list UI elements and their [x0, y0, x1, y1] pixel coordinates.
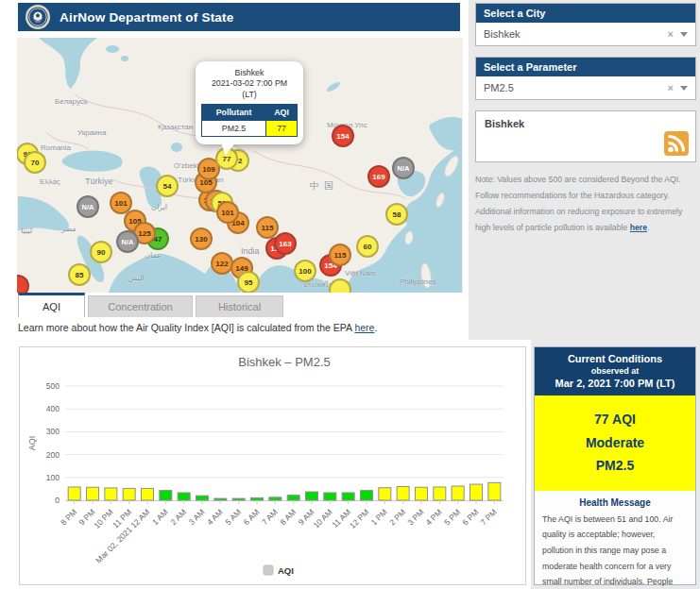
chart-bar: [142, 488, 154, 500]
aqi-note: Note: Values above 500 are considered Be…: [475, 172, 696, 236]
health-message-title: Health Message: [535, 497, 695, 508]
aqi-marker[interactable]: 154: [332, 125, 354, 147]
popup-col-pollutant: Pollutant: [202, 105, 266, 121]
aqi-marker[interactable]: N/A: [77, 195, 99, 218]
cc-title: Current Conditions: [538, 353, 691, 364]
app-header: AirNow Department of State: [18, 3, 460, 31]
x-tick-label: 3 PM: [405, 507, 425, 527]
note-here-link[interactable]: here: [630, 223, 647, 232]
chart-bar: [87, 487, 99, 500]
tab-aqi[interactable]: AQI: [18, 293, 85, 317]
chart-bar: [379, 488, 391, 500]
chart-bar: [269, 497, 282, 500]
note-text: Note: Values above 500 are considered Be…: [475, 175, 682, 232]
learn-more-here-link[interactable]: here: [354, 322, 374, 333]
chart-bar: [196, 496, 209, 500]
x-tick-label: 5 PM: [442, 507, 462, 527]
popup-tail: [219, 143, 235, 156]
x-tick-label: 7 AM: [260, 507, 280, 527]
chart-bar: [452, 486, 464, 500]
select-parameter-box: Select a Parameter PM2.5 ×: [475, 57, 696, 100]
chart-bar: [214, 498, 227, 500]
popup-pollutant-value: PM2.5: [202, 121, 266, 137]
x-tick-label: 3 AM: [187, 507, 207, 527]
aqi-bar-chart: Bishkek – PM2.50100200300400500AQI8 PM9 …: [19, 346, 526, 585]
parameter-caret-down-icon[interactable]: [680, 86, 688, 91]
x-tick-label: 2 AM: [168, 507, 188, 527]
department-of-state-seal-icon: [26, 5, 50, 29]
aqi-marker[interactable]: 90: [90, 241, 112, 263]
aqi-marker[interactable]: 169: [367, 165, 390, 188]
tab-concentration[interactable]: Concentration: [88, 295, 193, 317]
y-tick-label: 500: [46, 381, 60, 391]
city-caret-down-icon[interactable]: [680, 32, 688, 37]
chart-bar: [397, 486, 409, 500]
x-tick-label: 8 PM: [59, 507, 78, 527]
chart-bar: [105, 488, 117, 500]
y-axis-title: AQI: [27, 436, 37, 451]
chart-bar: [361, 491, 373, 500]
chart-tabs: AQI Concentration Historical: [18, 293, 283, 317]
aqi-marker[interactable]: 163: [274, 232, 297, 255]
select-parameter-header: Select a Parameter: [476, 58, 695, 76]
chart-title: Bishkek – PM2.5: [238, 355, 331, 369]
chart-bar: [306, 492, 318, 500]
chart-bar: [470, 484, 483, 500]
parameter-select[interactable]: PM2.5 ×: [476, 76, 695, 99]
chart-bar: [488, 482, 501, 500]
learn-more-before: Learn more about how the Air Quality Ind…: [18, 322, 354, 333]
health-message-body: The AQI is between 51 and 100. Air quali…: [535, 512, 695, 589]
aqi-marker[interactable]: N/A: [116, 230, 139, 253]
cc-observed-at: observed at: [538, 366, 691, 376]
y-tick-label: 100: [46, 473, 60, 482]
popup-col-aqi: AQI: [266, 105, 298, 121]
learn-more-after: .: [374, 322, 377, 333]
aqi-marker[interactable]: 130: [190, 227, 213, 250]
chart-bar: [324, 493, 336, 500]
chart-bar: [251, 497, 264, 500]
popup-timezone: (LT): [201, 90, 298, 100]
aqi-marker[interactable]: N/A: [392, 157, 415, 179]
aqi-marker[interactable]: 95: [237, 271, 260, 293]
rss-city-label: Bishkek: [476, 111, 695, 136]
popup-city: Bishkek: [201, 68, 298, 78]
rss-icon[interactable]: [664, 131, 689, 156]
y-tick-label: 0: [55, 496, 60, 505]
popup-aqi-table: Pollutant AQI PM2.5 77: [201, 104, 298, 137]
city-select[interactable]: Bishkek ×: [476, 23, 695, 45]
parameter-clear-icon[interactable]: ×: [668, 82, 674, 93]
aqi-marker[interactable]: 60: [356, 235, 379, 258]
chart-bar: [232, 498, 245, 500]
chart-bar: [68, 487, 80, 500]
aqi-marker[interactable]: 70: [24, 151, 46, 174]
world-aqi-map[interactable]: БеларусьУкраинаҚазақстанRomaniaΕλλάςTürk…: [17, 38, 463, 293]
x-tick-label: 8 AM: [278, 507, 298, 527]
city-clear-icon[interactable]: ×: [668, 28, 674, 40]
popup-aqi-value: 77: [266, 121, 298, 137]
y-tick-label: 200: [46, 450, 60, 460]
cc-category: Moderate: [535, 431, 695, 455]
note-period: .: [647, 223, 649, 232]
map-popup: Bishkek 2021-03-02 7:00 PM (LT) Pollutan…: [196, 61, 303, 144]
tab-historical[interactable]: Historical: [196, 295, 283, 317]
aqi-marker[interactable]: 58: [385, 203, 408, 226]
rss-feed-box: Bishkek: [475, 110, 696, 162]
select-city-box: Select a City Bishkek ×: [475, 3, 696, 46]
select-city-header: Select a City: [476, 4, 695, 23]
x-tick-label: 10 PM: [92, 507, 114, 530]
x-tick-label: 6 AM: [242, 507, 262, 527]
aqi-marker[interactable]: 101: [216, 201, 239, 224]
aqi-marker[interactable]: 85: [68, 263, 91, 286]
aqi-marker[interactable]: 122: [211, 252, 233, 275]
city-select-value: Bishkek: [484, 28, 661, 40]
aqi-marker[interactable]: 115: [256, 216, 279, 239]
aqi-marker[interactable]: 100: [294, 260, 316, 282]
chart-bar: [434, 487, 446, 500]
x-tick-label: 4 AM: [205, 507, 225, 527]
aqi-marker[interactable]: 54: [156, 175, 179, 197]
legend-label: AQI: [278, 565, 294, 576]
aqi-marker[interactable]: 115: [329, 244, 351, 266]
cc-pollutant: PM2.5: [535, 454, 695, 478]
parameter-select-value: PM2.5: [484, 82, 661, 93]
cc-datetime: Mar 2, 2021 7:00 PM (LT): [538, 378, 691, 389]
